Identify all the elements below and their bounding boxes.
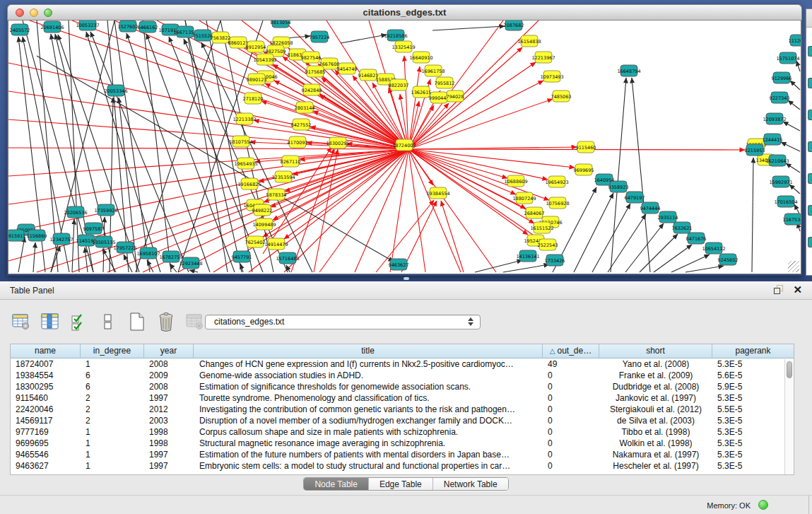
- column-header-short[interactable]: short: [599, 344, 712, 358]
- tab-edge-table[interactable]: Edge Table: [369, 478, 433, 490]
- graph-edge[interactable]: [341, 35, 387, 43]
- graph-edge[interactable]: [18, 237, 25, 272]
- graph-edge[interactable]: [390, 149, 408, 272]
- graph-edge[interactable]: [284, 149, 408, 272]
- graph-edge[interactable]: [640, 234, 678, 272]
- table-panel-header: Table Panel ✕: [0, 281, 812, 300]
- select-columns-icon[interactable]: [68, 310, 90, 333]
- table-scrollbar[interactable]: [784, 359, 793, 474]
- graph-node-label: 12213967: [531, 55, 555, 61]
- graph-node-label: 2405572: [10, 28, 30, 33]
- graph-edge[interactable]: [781, 142, 800, 151]
- graph-edge[interactable]: [503, 264, 549, 272]
- graph-edge[interactable]: [790, 81, 800, 90]
- graph-node[interactable]: [808, 237, 812, 247]
- graph-edge[interactable]: [611, 78, 626, 272]
- graph-edge[interactable]: [143, 21, 171, 272]
- graph-node[interactable]: [808, 141, 812, 152]
- graph-edge[interactable]: [72, 219, 74, 272]
- graph-node[interactable]: [808, 78, 812, 88]
- graph-edge[interactable]: [291, 148, 334, 272]
- new-table-icon[interactable]: [126, 310, 148, 333]
- graph-edge[interactable]: [632, 78, 650, 272]
- close-panel-icon[interactable]: ✕: [793, 284, 802, 296]
- scrollbar-thumb[interactable]: [787, 361, 792, 378]
- graph-node-label: 19166825: [237, 182, 261, 187]
- status-bar: Memory: OK: [0, 495, 812, 514]
- graph-edge[interactable]: [625, 223, 664, 272]
- graph-edge[interactable]: [8, 149, 408, 233]
- close-window-button[interactable]: [16, 8, 24, 17]
- column-header-in_degree[interactable]: in_degree: [81, 344, 144, 358]
- table-row[interactable]: 946554611997Estimation of the future num…: [11, 449, 794, 460]
- table-row[interactable]: 977716911998Corpus callosum shape and si…: [11, 426, 794, 438]
- column-header-name[interactable]: name: [11, 344, 81, 358]
- graph-edge[interactable]: [408, 149, 425, 272]
- graph-edge[interactable]: [189, 270, 198, 272]
- table-cell: 2009: [144, 370, 194, 381]
- table-row[interactable]: 1938455462009Genome-wide association stu…: [11, 370, 794, 381]
- splitter-handle[interactable]: [404, 277, 409, 280]
- column-header-out_de[interactable]: △out_de…: [543, 344, 599, 358]
- graph-edge[interactable]: [33, 243, 35, 272]
- graph-edge[interactable]: [37, 149, 408, 272]
- graph-edge[interactable]: [8, 148, 408, 149]
- column-header-title[interactable]: title: [194, 344, 543, 358]
- delete-trash-icon[interactable]: [155, 310, 177, 333]
- background-window-sliver[interactable]: [806, 8, 812, 276]
- tab-network-table[interactable]: Network Table: [433, 478, 508, 490]
- graph-edge[interactable]: [114, 21, 150, 272]
- network-canvas[interactable]: 2405572206914061005323715276026466162107…: [8, 21, 801, 273]
- graph-edge[interactable]: [608, 214, 646, 272]
- column-header-pagerank[interactable]: pagerank: [712, 344, 794, 358]
- graph-edge[interactable]: [752, 158, 753, 272]
- graph-edge[interactable]: [686, 266, 724, 272]
- network-view-window[interactable]: citations_edges.txt 24055722069140610053…: [7, 4, 802, 276]
- graph-edge[interactable]: [408, 21, 503, 149]
- table-row[interactable]: 1830029562008Estimation of significance …: [11, 381, 794, 392]
- table-row[interactable]: 969969511998Structural magnetic resonanc…: [11, 438, 794, 449]
- graph-edge[interactable]: [433, 26, 505, 30]
- graph-edge[interactable]: [786, 163, 800, 173]
- tab-node-table[interactable]: Node Table: [304, 478, 369, 490]
- graph-node[interactable]: [808, 110, 812, 120]
- graph-edge[interactable]: [796, 61, 800, 71]
- network-canvas-area[interactable]: 2405572206914061005323715276026466162107…: [8, 21, 801, 274]
- graph-node[interactable]: [808, 173, 812, 184]
- table-cell: Dudbridge et al. (2008): [599, 381, 712, 392]
- table-settings-icon[interactable]: [10, 310, 33, 333]
- network-window-titlebar[interactable]: citations_edges.txt: [7, 4, 802, 21]
- minimize-window-button[interactable]: [30, 8, 38, 17]
- table-mode-icon[interactable]: [97, 310, 119, 333]
- table-row[interactable]: 946362711997Embryonic stem cells: a mode…: [11, 460, 794, 472]
- table-column-icon[interactable]: [39, 310, 61, 333]
- dropdown-arrows-icon: [468, 317, 473, 326]
- table-cell: 1998: [144, 438, 194, 449]
- window-resize-grip[interactable]: [788, 261, 799, 272]
- table-row[interactable]: 1872400712008Changes of HCN gene express…: [11, 358, 794, 370]
- table-cell: 18724007: [11, 358, 81, 370]
- table-row[interactable]: 1456911722003Disruption of a novel membe…: [11, 415, 794, 426]
- graph-edge[interactable]: [788, 100, 800, 110]
- graph-edge[interactable]: [671, 255, 710, 272]
- graph-node-label: 18300295: [326, 141, 349, 146]
- table-selector-dropdown[interactable]: citations_edges.txt: [205, 315, 481, 329]
- graph-node-label: 12353594: [271, 175, 295, 180]
- graph-node[interactable]: [808, 205, 812, 216]
- graph-edge[interactable]: [147, 260, 153, 272]
- graph-edge[interactable]: [441, 201, 464, 272]
- table-row[interactable]: 911546021997Tourette syndrome. Phenomeno…: [11, 392, 794, 404]
- graph-node[interactable]: [808, 46, 812, 57]
- graph-edge[interactable]: [574, 193, 613, 272]
- float-panel-icon[interactable]: [773, 284, 784, 296]
- graph-edge[interactable]: [185, 21, 228, 272]
- column-header-year[interactable]: year: [144, 344, 194, 358]
- graph-edge[interactable]: [783, 122, 800, 131]
- graph-node-label: 12093872: [763, 117, 786, 122]
- table-row[interactable]: 2242004622012Investigating the contribut…: [11, 404, 794, 415]
- graph-edge[interactable]: [654, 245, 692, 272]
- graph-edge[interactable]: [136, 21, 220, 272]
- maximize-window-button[interactable]: [44, 8, 52, 17]
- graph-edge[interactable]: [789, 185, 800, 194]
- table-cell: 2: [81, 404, 144, 415]
